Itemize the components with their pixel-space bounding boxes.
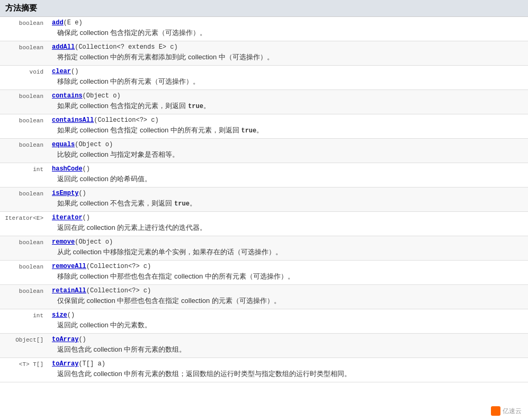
return-type: boolean xyxy=(0,90,48,114)
method-details: retainAll(Collection<?> c)仅保留此 collectio… xyxy=(48,285,528,309)
method-signature: removeAll(Collection<?> c) xyxy=(52,263,524,270)
return-type: boolean xyxy=(0,261,48,285)
method-details: toArray(T[] a)返回包含此 collection 中所有元素的数组；… xyxy=(48,358,528,382)
watermark-icon xyxy=(491,406,500,416)
return-type: boolean xyxy=(0,236,48,261)
method-description: 返回此 collection 的哈希码值。 xyxy=(52,174,524,184)
method-params: () xyxy=(78,190,86,197)
method-signature: equals(Object o) xyxy=(52,141,524,148)
method-description: 如果此 collection 包含指定的元素，则返回 true。 xyxy=(52,101,524,111)
method-link[interactable]: containsAll xyxy=(52,117,94,124)
inline-code: true xyxy=(188,103,203,110)
method-link[interactable]: hashCode xyxy=(52,165,83,173)
method-link[interactable]: retainAll xyxy=(52,287,86,294)
method-details: remove(Object o)从此 collection 中移除指定元素的单个… xyxy=(48,236,528,261)
method-signature: hashCode() xyxy=(52,165,524,173)
table-row: booleancontains(Object o)如果此 collection … xyxy=(0,90,528,114)
return-type: void xyxy=(0,66,48,90)
page-container: 方法摘要 booleanadd(E e)确保此 collection 包含指定的… xyxy=(0,0,528,420)
method-description: 移除此 collection 中的所有元素（可选操作）。 xyxy=(52,77,524,86)
table-row: booleancontainsAll(Collection<?> c)如果此 c… xyxy=(0,114,528,139)
method-link[interactable]: remove xyxy=(52,238,75,246)
table-row: booleanremove(Object o)从此 collection 中移除… xyxy=(0,236,528,261)
inline-code: true xyxy=(174,200,190,208)
method-signature: size() xyxy=(52,311,524,319)
method-link[interactable]: toArray xyxy=(52,360,78,368)
method-link[interactable]: clear xyxy=(52,68,71,75)
method-description: 返回包含此 collection 中所有元素的数组；返回数组的运行时类型与指定数… xyxy=(52,369,524,379)
return-type: Iterator<E> xyxy=(0,212,48,236)
method-signature: toArray() xyxy=(52,336,524,343)
return-type: boolean xyxy=(0,187,48,212)
table-row: booleanisEmpty()如果此 collection 不包含元素，则返回… xyxy=(0,187,528,212)
return-type: boolean xyxy=(0,41,48,66)
method-table: booleanadd(E e)确保此 collection 包含指定的元素（可选… xyxy=(0,17,528,382)
method-params: () xyxy=(83,165,90,173)
method-link[interactable]: size xyxy=(52,311,67,319)
table-row: <T> T[]toArray(T[] a)返回包含此 collection 中所… xyxy=(0,358,528,382)
method-description: 如果此 collection 不包含元素，则返回 true。 xyxy=(52,199,524,208)
method-params: (Object o) xyxy=(75,141,113,148)
method-link[interactable]: contains xyxy=(52,92,83,100)
method-link[interactable]: removeAll xyxy=(52,263,86,270)
method-params: (Collection<?> c) xyxy=(86,263,151,270)
return-type: boolean xyxy=(0,285,48,309)
method-description: 确保此 collection 包含指定的元素（可选操作）。 xyxy=(52,28,524,38)
watermark-text: 亿速云 xyxy=(503,407,522,416)
method-details: iterator()返回在此 collection 的元素上进行迭代的迭代器。 xyxy=(48,212,528,236)
method-description: 返回此 collection 中的元素数。 xyxy=(52,320,524,330)
method-details: contains(Object o)如果此 collection 包含指定的元素… xyxy=(48,90,528,114)
method-description: 比较此 collection 与指定对象是否相等。 xyxy=(52,150,524,159)
method-link[interactable]: toArray xyxy=(52,336,78,343)
table-row: booleanremoveAll(Collection<?> c)移除此 col… xyxy=(0,261,528,285)
method-description: 返回在此 collection 的元素上进行迭代的迭代器。 xyxy=(52,223,524,233)
method-params: () xyxy=(83,214,90,221)
method-details: equals(Object o)比较此 collection 与指定对象是否相等… xyxy=(48,139,528,163)
table-row: inthashCode()返回此 collection 的哈希码值。 xyxy=(0,163,528,187)
method-params: () xyxy=(78,336,86,343)
method-description: 如果此 collection 包含指定 collection 中的所有元素，则返… xyxy=(52,126,524,135)
method-details: addAll(Collection<? extends E> c)将指定 col… xyxy=(48,41,528,66)
method-params: (Collection<?> c) xyxy=(86,287,151,294)
method-description: 从此 collection 中移除指定元素的单个实例，如果存在的话（可选操作）。 xyxy=(52,247,524,257)
method-params: (Collection<?> c) xyxy=(94,117,158,124)
table-row: voidclear()移除此 collection 中的所有元素（可选操作）。 xyxy=(0,66,528,90)
method-details: clear()移除此 collection 中的所有元素（可选操作）。 xyxy=(48,66,528,90)
return-type: int xyxy=(0,309,48,334)
section-title: 方法摘要 xyxy=(0,0,528,17)
method-description: 将指定 collection 中的所有元素都添加到此 collection 中（… xyxy=(52,52,524,62)
method-details: add(E e)确保此 collection 包含指定的元素（可选操作）。 xyxy=(48,17,528,41)
table-row: booleanadd(E e)确保此 collection 包含指定的元素（可选… xyxy=(0,17,528,41)
method-params: () xyxy=(71,68,78,75)
return-type: boolean xyxy=(0,114,48,139)
return-type: int xyxy=(0,163,48,187)
method-signature: clear() xyxy=(52,68,524,75)
table-row: intsize()返回此 collection 中的元素数。 xyxy=(0,309,528,334)
method-link[interactable]: add xyxy=(52,19,64,26)
method-link[interactable]: isEmpty xyxy=(52,190,78,197)
method-link[interactable]: iterator xyxy=(52,214,83,221)
method-params: () xyxy=(67,311,75,319)
method-details: containsAll(Collection<?> c)如果此 collecti… xyxy=(48,114,528,139)
inline-code: true xyxy=(241,127,256,135)
table-row: booleanretainAll(Collection<?> c)仅保留此 co… xyxy=(0,285,528,309)
method-signature: addAll(Collection<? extends E> c) xyxy=(52,43,524,51)
method-link[interactable]: addAll xyxy=(52,43,75,51)
method-details: size()返回此 collection 中的元素数。 xyxy=(48,309,528,334)
method-description: 返回包含此 collection 中所有元素的数组。 xyxy=(52,345,524,354)
method-details: toArray()返回包含此 collection 中所有元素的数组。 xyxy=(48,334,528,358)
method-details: removeAll(Collection<?> c)移除此 collection… xyxy=(48,261,528,285)
method-description: 仅保留此 collection 中那些也包含在指定 collection 的元素… xyxy=(52,296,524,306)
method-params: (E e) xyxy=(64,19,83,26)
method-signature: remove(Object o) xyxy=(52,238,524,246)
method-details: isEmpty()如果此 collection 不包含元素，则返回 true。 xyxy=(48,187,528,212)
return-type: boolean xyxy=(0,139,48,163)
method-signature: contains(Object o) xyxy=(52,92,524,100)
method-params: (Object o) xyxy=(83,92,121,100)
method-signature: add(E e) xyxy=(52,19,524,26)
table-row: booleanaddAll(Collection<? extends E> c)… xyxy=(0,41,528,66)
table-row: booleanequals(Object o)比较此 collection 与指… xyxy=(0,139,528,163)
watermark: 亿速云 xyxy=(491,406,522,416)
method-link[interactable]: equals xyxy=(52,141,75,148)
table-row: Iterator<E>iterator()返回在此 collection 的元素… xyxy=(0,212,528,236)
